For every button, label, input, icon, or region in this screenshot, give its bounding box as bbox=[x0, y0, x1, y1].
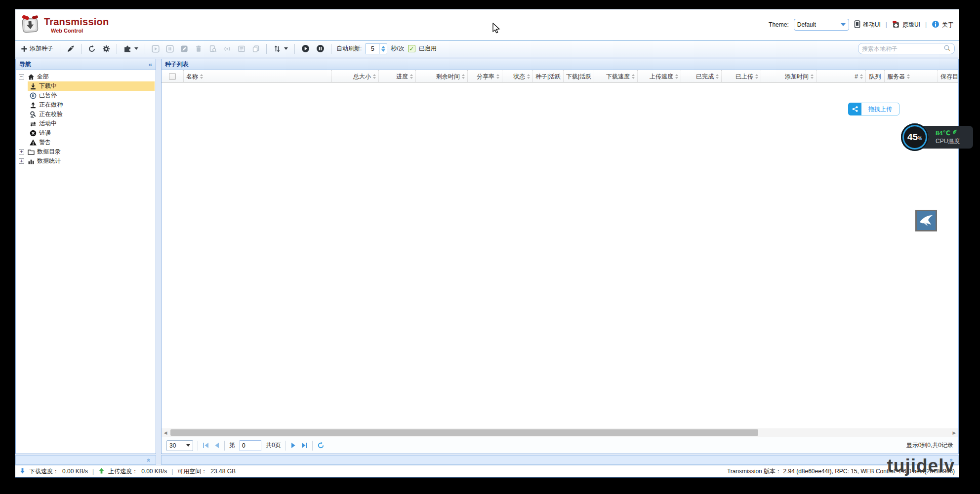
pause-selected-button[interactable] bbox=[164, 44, 175, 54]
next-page-button[interactable] bbox=[290, 442, 296, 449]
expand-node-icon[interactable]: + bbox=[19, 158, 24, 164]
sidebar-item-seeding[interactable]: 正在做种 bbox=[17, 100, 155, 110]
leaf-icon bbox=[952, 129, 958, 137]
tree-row-content[interactable]: 正在校验 bbox=[28, 110, 155, 119]
sidebar-item-warning[interactable]: 警告 bbox=[17, 138, 155, 147]
copy-path-button[interactable] bbox=[250, 44, 261, 54]
sidebar-bottom-collapse-bar[interactable]: « bbox=[15, 455, 156, 465]
last-page-button[interactable] bbox=[301, 442, 308, 449]
first-page-button[interactable] bbox=[203, 442, 209, 449]
sidebar-item-error[interactable]: 错误 bbox=[17, 128, 155, 138]
original-ui-link[interactable]: 原版UI bbox=[892, 20, 920, 30]
torrent-details-button[interactable] bbox=[236, 44, 247, 54]
scroll-left-icon[interactable]: ◀ bbox=[162, 428, 169, 437]
select-all-checkbox[interactable] bbox=[169, 73, 176, 80]
tree-row-content[interactable]: 错误 bbox=[28, 128, 155, 138]
column-header-name[interactable]: 名称 bbox=[184, 70, 332, 83]
search-box[interactable] bbox=[858, 43, 955, 54]
scrollbar-track[interactable] bbox=[169, 428, 950, 437]
sidebar-item-checking[interactable]: 正在校验 bbox=[17, 110, 155, 119]
scroll-right-icon[interactable]: ▶ bbox=[950, 428, 958, 437]
column-header-total-size[interactable]: 总大小 bbox=[332, 70, 379, 83]
column-header-downloaded[interactable]: 已完成 bbox=[681, 70, 722, 83]
prev-page-button[interactable] bbox=[214, 442, 220, 449]
sidebar-item-active[interactable]: 活动中 bbox=[17, 119, 155, 128]
sidebar-item-data-statistics[interactable]: +数据统计 bbox=[17, 156, 155, 166]
column-header-save-directory[interactable]: 保存目录 bbox=[938, 70, 958, 83]
recheck-torrent-button[interactable] bbox=[207, 44, 218, 54]
column-header-progress[interactable]: 进度 bbox=[379, 70, 416, 83]
sidebar-item-downloading[interactable]: 下载中 bbox=[17, 81, 155, 91]
autorefresh-interval-stepper[interactable] bbox=[365, 43, 387, 54]
sort-menu-button[interactable] bbox=[272, 44, 289, 54]
scrollbar-thumb[interactable] bbox=[170, 429, 758, 436]
about-link[interactable]: 关于 bbox=[932, 20, 954, 30]
theme-select[interactable]: Default bbox=[794, 19, 849, 31]
collapse-node-icon[interactable]: − bbox=[19, 74, 24, 79]
theme-selected-value: Default bbox=[797, 21, 816, 28]
puzzle-icon bbox=[123, 45, 131, 53]
stepper-arrows[interactable] bbox=[379, 44, 387, 54]
sort-arrows-icon bbox=[200, 74, 203, 79]
labels-menu-button[interactable] bbox=[122, 44, 140, 54]
reload-button[interactable] bbox=[86, 44, 97, 54]
watermark-text: tujidelv bbox=[887, 456, 955, 476]
navigation-panel-header: 导航 « bbox=[16, 59, 156, 70]
chevron-down-icon bbox=[841, 23, 846, 26]
collapse-sidebar-icon[interactable]: « bbox=[149, 61, 152, 68]
share-upload-icon[interactable] bbox=[848, 103, 861, 115]
announce-button[interactable] bbox=[222, 44, 233, 54]
start-selected-button[interactable] bbox=[150, 44, 161, 54]
column-label: 已完成 bbox=[696, 73, 714, 81]
drag-upload-button[interactable]: 拖拽上传 bbox=[848, 103, 899, 115]
sidebar-item-paused[interactable]: 已暂停 bbox=[17, 91, 155, 100]
column-header-number[interactable]: # bbox=[817, 70, 866, 83]
tree-row-content[interactable]: 警告 bbox=[28, 138, 155, 147]
column-header-remaining-time[interactable]: 剩余时间 bbox=[416, 70, 468, 83]
start-all-button[interactable] bbox=[300, 43, 311, 54]
tree-row-content[interactable]: 活动中 bbox=[28, 119, 155, 128]
bird-badge-icon[interactable] bbox=[915, 210, 937, 231]
column-header-download-speed[interactable]: 下载速度 bbox=[594, 70, 638, 83]
remove-torrent-button[interactable] bbox=[193, 44, 204, 54]
autorefresh-enabled-checkbox[interactable]: ✓ bbox=[408, 45, 415, 52]
settings-button[interactable] bbox=[101, 44, 112, 54]
page-number-input[interactable] bbox=[240, 440, 261, 451]
column-header-peers-active[interactable]: 下载|活跃 bbox=[564, 70, 594, 83]
app-title: Transmission bbox=[44, 16, 109, 28]
column-header-date-added[interactable]: 添加时间 bbox=[761, 70, 817, 83]
refresh-page-button[interactable] bbox=[317, 442, 325, 449]
search-input[interactable] bbox=[862, 45, 941, 52]
column-header-server[interactable]: 服务器 bbox=[885, 70, 938, 83]
search-icon[interactable] bbox=[943, 44, 951, 53]
column-header-status[interactable]: 状态 bbox=[502, 70, 533, 83]
app-window: Transmission Web Control Theme: Default … bbox=[15, 9, 959, 478]
pause-all-button[interactable] bbox=[315, 43, 326, 54]
start-torrent-quick-button[interactable] bbox=[65, 44, 76, 54]
stepper-down-icon[interactable] bbox=[381, 49, 385, 52]
sidebar-item-all[interactable]: −全部 bbox=[17, 72, 155, 81]
tree-row-content[interactable]: 已暂停 bbox=[28, 91, 155, 100]
column-header-seeds-active[interactable]: 种子|活跃 bbox=[533, 70, 564, 83]
autorefresh-interval-input[interactable] bbox=[366, 44, 379, 54]
column-header-queue[interactable]: 队列 bbox=[866, 70, 885, 83]
page-size-select[interactable]: 30 bbox=[166, 440, 193, 451]
tree-row-content[interactable]: 下载中 bbox=[28, 81, 155, 91]
sidebar-item-label: 警告 bbox=[39, 138, 51, 147]
stepper-up-icon[interactable] bbox=[381, 46, 385, 48]
expand-node-icon[interactable]: + bbox=[19, 149, 24, 154]
horizontal-scrollbar[interactable]: ◀ ▶ bbox=[162, 428, 958, 437]
main-bottom-collapse-bar[interactable]: « bbox=[161, 455, 959, 465]
tree-row-content[interactable]: 全部 bbox=[26, 72, 155, 81]
tree-row-content[interactable]: 数据目录 bbox=[26, 147, 155, 156]
tree-row-content[interactable]: 正在做种 bbox=[28, 100, 155, 110]
column-header-upload-speed[interactable]: 上传速度 bbox=[638, 70, 681, 83]
column-header-uploaded[interactable]: 已上传 bbox=[722, 70, 761, 83]
collapse-up-icon[interactable]: « bbox=[145, 458, 153, 461]
edit-torrent-button[interactable] bbox=[179, 44, 190, 54]
tree-row-content[interactable]: 数据统计 bbox=[26, 156, 155, 166]
column-header-ratio[interactable]: 分享率 bbox=[468, 70, 502, 83]
sidebar-item-data-directories[interactable]: +数据目录 bbox=[17, 147, 155, 156]
add-torrent-button[interactable]: 添加种子 bbox=[19, 43, 55, 54]
mobile-ui-link[interactable]: 移动UI bbox=[854, 20, 881, 30]
